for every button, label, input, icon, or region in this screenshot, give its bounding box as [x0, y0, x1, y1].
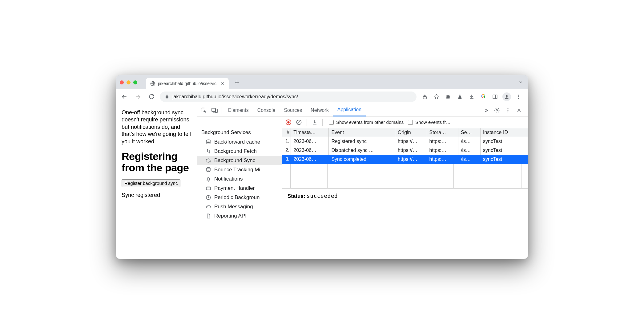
file-icon	[206, 213, 211, 219]
tab-strip: jakearchibald.github.io/isservic	[116, 75, 528, 89]
svg-rect-9	[212, 108, 216, 111]
svg-point-5	[518, 95, 519, 96]
svg-point-13	[508, 110, 509, 111]
table-row[interactable]: 1.2023-06…Registered synchttps://…https:…	[282, 137, 528, 146]
show-events-checkbox-2[interactable]: Show events fr…	[408, 120, 450, 125]
more-tabs-button[interactable]: »	[481, 105, 492, 116]
page-viewport: One-off background sync doesn't require …	[116, 104, 197, 259]
bookmark-star-icon[interactable]	[431, 92, 442, 102]
close-devtools-icon[interactable]	[514, 105, 524, 116]
page-status-text: Sync registered	[122, 192, 191, 198]
clear-button[interactable]	[294, 118, 304, 127]
save-events-icon[interactable]	[310, 118, 319, 127]
inspect-element-icon[interactable]	[199, 105, 209, 116]
table-header[interactable]: Event	[329, 128, 395, 137]
share-icon[interactable]	[420, 92, 430, 102]
sidebar-item-periodic-backgroun[interactable]: Periodic Backgroun	[197, 193, 282, 202]
devtools-tabs: ElementsConsoleSourcesNetworkApplication	[224, 104, 481, 116]
close-window-button[interactable]	[120, 80, 124, 84]
kebab-menu-icon[interactable]	[513, 92, 524, 102]
device-toolbar-icon[interactable]	[209, 105, 220, 116]
show-other-domains-checkbox[interactable]: Show events from other domains	[329, 120, 404, 125]
profile-avatar[interactable]	[501, 92, 512, 102]
status-line: Status: succeeded	[282, 189, 528, 204]
devtools-header: ElementsConsoleSourcesNetworkApplication…	[197, 104, 528, 116]
traffic-lights	[120, 80, 137, 84]
close-tab-icon[interactable]	[219, 82, 224, 85]
toolbar-right: G	[420, 92, 525, 102]
downloads-icon[interactable]	[466, 92, 477, 102]
table-row[interactable]: 3.2023-06…Sync completedhttps://…https:……	[282, 155, 528, 164]
minimize-window-button[interactable]	[127, 80, 131, 84]
google-account-icon[interactable]: G	[478, 92, 489, 102]
forward-button[interactable]	[133, 92, 143, 102]
sidebar-item-push-messaging[interactable]: Push Messaging	[197, 202, 282, 211]
register-sync-button[interactable]: Register background sync	[122, 179, 180, 187]
updown-icon	[206, 149, 211, 154]
events-toolbar: Show events from other domains Show even…	[282, 116, 528, 128]
table-empty-area	[282, 164, 528, 189]
svg-point-16	[207, 168, 210, 169]
browser-tab[interactable]: jakearchibald.github.io/isservic	[146, 78, 229, 89]
extensions-icon[interactable]	[443, 92, 453, 102]
devtools-sidebar: Background Services Back/forward cacheBa…	[197, 116, 282, 259]
sidebar-item-notifications[interactable]: Notifications	[197, 174, 282, 184]
tab-title: jakearchibald.github.io/isservic	[158, 81, 216, 86]
sidebar-item-background-sync[interactable]: Background Sync	[197, 156, 282, 165]
bell-icon	[206, 176, 211, 182]
db-icon	[206, 139, 211, 145]
status-value: succeeded	[307, 193, 338, 199]
svg-rect-17	[206, 187, 211, 190]
labs-flask-icon[interactable]	[455, 92, 465, 102]
devtools-tab-application[interactable]: Application	[333, 104, 366, 116]
devtools-panel: ElementsConsoleSourcesNetworkApplication…	[197, 104, 528, 259]
devtools-main: Show events from other domains Show even…	[282, 116, 528, 259]
content-area: One-off background sync doesn't require …	[116, 104, 528, 259]
devtools-kebab-icon[interactable]	[503, 105, 513, 116]
svg-point-11	[496, 109, 498, 111]
status-label: Status:	[288, 193, 305, 199]
table-header[interactable]: Instance ID	[481, 128, 528, 137]
svg-point-12	[508, 108, 509, 109]
record-button[interactable]	[284, 118, 293, 127]
table-header[interactable]: Origin	[395, 128, 427, 137]
devtools-tab-console[interactable]: Console	[253, 104, 280, 116]
fullscreen-window-button[interactable]	[133, 80, 137, 84]
svg-rect-1	[166, 96, 168, 98]
new-tab-button[interactable]	[232, 77, 242, 88]
lock-icon	[165, 94, 169, 99]
devtools-tab-elements[interactable]: Elements	[224, 104, 253, 116]
card-icon	[206, 185, 211, 191]
table-row[interactable]: 2.2023-06…Dispatched sync …https://…http…	[282, 146, 528, 155]
page-intro-text: One-off background sync doesn't require …	[122, 109, 191, 145]
sidebar-item-reporting-api[interactable]: Reporting API	[197, 211, 282, 221]
reload-button[interactable]	[146, 92, 157, 102]
address-bar[interactable]: jakearchibald.github.io/isserviceworkerr…	[160, 92, 417, 102]
sidebar-item-payment-handler[interactable]: Payment Handler	[197, 184, 282, 193]
sidebar-item-bounce-tracking-mi[interactable]: Bounce Tracking Mi	[197, 165, 282, 174]
table-header[interactable]: #	[282, 128, 291, 137]
side-panel-icon[interactable]	[490, 92, 500, 102]
tabs-dropdown-button[interactable]	[518, 80, 523, 86]
url-text: jakearchibald.github.io/isserviceworkerr…	[172, 94, 298, 100]
devtools-tab-sources[interactable]: Sources	[280, 104, 306, 116]
sidebar-item-back-forward-cache[interactable]: Back/forward cache	[197, 137, 282, 147]
devtools-body: Background Services Back/forward cacheBa…	[197, 116, 528, 259]
browser-toolbar: jakearchibald.github.io/isserviceworkerr…	[116, 89, 528, 104]
events-table: #Timesta…EventOriginStora…Se…Instance ID…	[282, 128, 528, 164]
table-header[interactable]: Timesta…	[291, 128, 329, 137]
page-heading: Registering from the page	[122, 151, 191, 173]
devtools-settings-icon[interactable]	[492, 105, 502, 116]
clock-icon	[206, 195, 211, 200]
sidebar-item-background-fetch[interactable]: Background Fetch	[197, 147, 282, 156]
globe-icon	[150, 81, 155, 86]
devtools-tab-network[interactable]: Network	[306, 104, 333, 116]
table-header-row: #Timesta…EventOriginStora…Se…Instance ID	[282, 128, 528, 137]
svg-point-7	[518, 98, 519, 99]
back-button[interactable]	[119, 92, 130, 102]
sync-icon	[206, 158, 211, 163]
svg-point-6	[518, 96, 519, 97]
table-header[interactable]: Stora…	[427, 128, 458, 137]
svg-point-4	[506, 95, 508, 97]
table-header[interactable]: Se…	[458, 128, 481, 137]
